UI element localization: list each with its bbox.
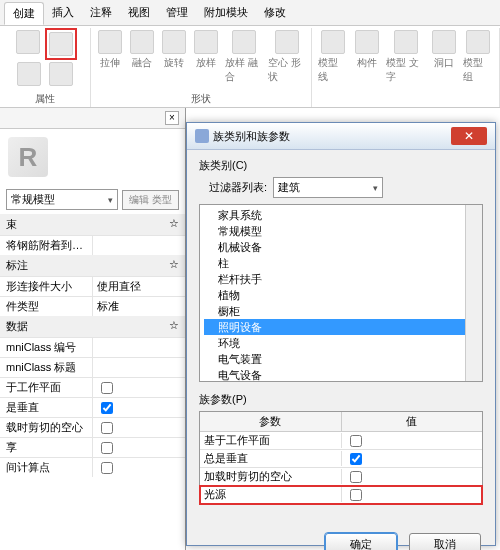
prop-value[interactable] [92,338,185,357]
prop-row[interactable]: 于工作平面 [0,377,185,397]
prop-checkbox[interactable] [101,462,113,474]
prop-row[interactable]: 是垂直 [0,397,185,417]
extrude-button[interactable]: 拉伸 [95,28,125,86]
prop-value[interactable] [92,418,185,437]
prop-row[interactable]: mniClass 标题 [0,357,185,377]
family-category-dialog: 族类别和族参数 ✕ 族类别(C) 过滤器列表: 建筑 家具系统常规模型机械设备柱… [186,122,496,546]
prop-group-header[interactable]: 束☆ [0,214,185,235]
family-logo-icon: R [8,137,48,177]
prop-value[interactable] [92,458,185,477]
sweptblend-button[interactable]: 放样 融合 [223,28,264,86]
param-group-label: 族参数(P) [199,392,483,407]
dialog-icon [195,129,209,143]
tab-manage[interactable]: 管理 [158,2,196,25]
edit-type-button[interactable]: 编辑 类型 [122,190,179,210]
panel-title-properties: 属性 [35,91,55,107]
prop-checkbox[interactable] [101,382,113,394]
ok-button[interactable]: 确定 [325,533,397,550]
prop-row[interactable]: 形连接件大小使用直径 [0,276,185,296]
blend-button[interactable]: 融合 [127,28,157,86]
tree-item[interactable]: 机械设备 [204,239,478,255]
prop-value[interactable] [92,438,185,457]
cancel-button[interactable]: 取消 [409,533,481,550]
component-button[interactable]: 构件 [352,28,382,86]
tab-view[interactable]: 视图 [120,2,158,25]
prop-row[interactable]: 享 [0,437,185,457]
param-checkbox[interactable] [350,453,362,465]
tree-item[interactable]: 环境 [204,335,478,351]
tree-item[interactable]: 常规模型 [204,223,478,239]
modelline-button[interactable]: 模型 线 [316,28,350,86]
param-value[interactable] [342,432,483,450]
category-tree[interactable]: 家具系统常规模型机械设备柱栏杆扶手植物橱柜照明设备环境电气装置电气设备窗结构加强… [199,204,483,382]
tree-item[interactable]: 栏杆扶手 [204,271,478,287]
prop-value[interactable]: 标准 [92,297,185,316]
dialog-title: 族类别和族参数 [213,129,290,144]
tree-item[interactable]: 电气设备 [204,367,478,382]
tab-modify[interactable]: 修改 [256,2,294,25]
tree-item[interactable]: 柱 [204,255,478,271]
tree-item[interactable]: 家具系统 [204,207,478,223]
properties-button-2[interactable] [46,60,76,88]
sweep-button[interactable]: 放样 [191,28,221,86]
tree-item[interactable]: 照明设备 [204,319,478,335]
param-row[interactable]: 光源 [200,486,482,504]
param-row[interactable]: 总是垂直 [200,450,482,468]
properties-button[interactable] [13,28,43,60]
tab-create[interactable]: 创建 [4,2,44,25]
palette-close-icon[interactable]: × [165,111,179,125]
prop-value[interactable] [92,378,185,397]
param-name: 加载时剪切的空心 [200,469,342,484]
prop-key: 享 [0,440,92,455]
tree-scrollbar[interactable] [465,205,482,381]
dialog-titlebar[interactable]: 族类别和族参数 ✕ [187,123,495,150]
panel-forms: 拉伸 融合 旋转 放样 放样 融合 空心 形状 形状 [91,28,312,107]
dialog-close-button[interactable]: ✕ [451,127,487,145]
prop-row[interactable]: 间计算点 [0,457,185,477]
prop-checkbox[interactable] [101,402,113,414]
tree-item[interactable]: 电气装置 [204,351,478,367]
param-table: 参数 值 基于工作平面总是垂直加载时剪切的空心光源 [199,411,483,505]
prop-key: 载时剪切的空心 [0,420,92,435]
void-button[interactable]: 空心 形状 [266,28,307,86]
param-checkbox[interactable] [350,489,362,501]
palette-header: × [0,108,185,129]
prop-group-header[interactable]: 数据☆ [0,316,185,337]
prop-checkbox[interactable] [101,442,113,454]
prop-checkbox[interactable] [101,422,113,434]
param-value[interactable] [342,486,483,504]
tab-addins[interactable]: 附加模块 [196,2,256,25]
filter-combo[interactable]: 建筑 [273,177,383,198]
param-row[interactable]: 基于工作平面 [200,432,482,450]
prop-value[interactable] [92,398,185,417]
prop-value[interactable]: 使用直径 [92,277,185,296]
panel-properties: 属性 [0,28,91,107]
prop-row[interactable]: 件类型标准 [0,296,185,316]
param-checkbox[interactable] [350,435,362,447]
prop-value[interactable] [92,236,185,255]
family-category-button[interactable] [45,28,77,60]
tab-insert[interactable]: 插入 [44,2,82,25]
param-value[interactable] [342,450,483,468]
panel-title-forms: 形状 [191,91,211,107]
tree-item[interactable]: 植物 [204,287,478,303]
opening-button[interactable]: 洞口 [429,28,459,86]
prop-row[interactable]: 载时剪切的空心 [0,417,185,437]
type-selector[interactable]: 常规模型 [6,189,118,210]
prop-value[interactable] [92,358,185,377]
param-header-name: 参数 [200,412,342,431]
family-types-button[interactable] [14,60,44,88]
tree-item[interactable]: 橱柜 [204,303,478,319]
modelgroup-button[interactable]: 模型 组 [461,28,495,86]
revolve-button[interactable]: 旋转 [159,28,189,86]
prop-group-header[interactable]: 标注☆ [0,255,185,276]
tab-annotate[interactable]: 注释 [82,2,120,25]
prop-row[interactable]: 将钢筋附着到… [0,235,185,255]
prop-key: 间计算点 [0,460,92,475]
param-checkbox[interactable] [350,471,362,483]
param-row[interactable]: 加载时剪切的空心 [200,468,482,486]
modeltext-button[interactable]: 模型 文字 [384,28,427,86]
param-value[interactable] [342,468,483,486]
prop-key: 于工作平面 [0,380,92,395]
prop-row[interactable]: mniClass 编号 [0,337,185,357]
